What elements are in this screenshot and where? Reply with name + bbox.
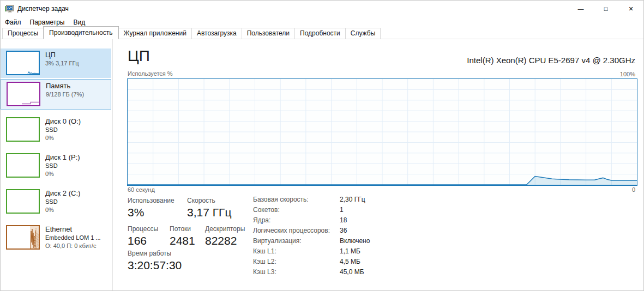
uptime-label: Время работы xyxy=(128,250,171,257)
sidebar-disk2-type: SSD xyxy=(45,198,80,206)
handles-value: 82282 xyxy=(205,234,237,247)
spec-label: Сокетов: xyxy=(253,206,340,216)
cpu-spec-table: Базовая скорость:2,30 ГГц Сокетов:1 Ядра… xyxy=(253,196,370,278)
task-manager-window: Диспетчер задач — □ ✕ Файл Параметры Вид… xyxy=(0,0,644,291)
menu-view[interactable]: Вид xyxy=(69,17,89,27)
tab-services[interactable]: Службы xyxy=(345,28,381,39)
tab-performance[interactable]: Производительность xyxy=(43,26,118,39)
handles-label: Дескрипторы xyxy=(205,225,245,233)
page-title: ЦП xyxy=(128,47,150,65)
sidebar-cpu-stats: 3% 3,17 ГГц xyxy=(45,59,79,68)
spec-value: 4,5 МБ xyxy=(340,258,370,268)
sidebar-memory-stats: 9/128 ГБ (7%) xyxy=(46,90,84,99)
spec-value: 1 xyxy=(340,206,370,216)
sidebar-item-disk2[interactable]: Диск 2 (C:) SSD 0% xyxy=(1,187,111,216)
graph-ylabel: Используется % xyxy=(128,70,173,77)
performance-sidebar: ЦП 3% 3,17 ГГц Память 9/128 ГБ (7%) Диск… xyxy=(1,39,112,291)
task-manager-icon xyxy=(5,4,14,13)
speed-label: Скорость xyxy=(187,197,215,204)
sidebar-disk0-usage: 0% xyxy=(45,134,81,142)
spec-label: Базовая скорость: xyxy=(253,196,340,206)
sidebar-disk2-usage: 0% xyxy=(45,206,80,214)
disk0-mini-graph xyxy=(6,117,40,142)
memory-mini-graph xyxy=(7,82,40,106)
sidebar-disk0-type: SSD xyxy=(45,126,81,134)
spec-label: Кэш L1: xyxy=(253,247,340,258)
threads-value: 2481 xyxy=(170,234,195,247)
ethernet-mini-graph xyxy=(6,225,40,250)
spec-value: 1,1 МБ xyxy=(340,247,370,258)
graph-xlabel-right: 0 xyxy=(632,186,635,193)
graph-ymax-label: 100% xyxy=(620,71,635,77)
processes-value: 166 xyxy=(128,234,147,247)
close-button[interactable]: ✕ xyxy=(618,1,643,17)
window-controls: — □ ✕ xyxy=(568,1,643,17)
spec-label: Логических процессоров: xyxy=(253,227,340,237)
cpu-mini-graph xyxy=(6,51,40,75)
spec-label: Ядра: xyxy=(253,216,340,227)
spec-value: 2,30 ГГц xyxy=(340,196,370,206)
disk1-mini-graph xyxy=(6,153,40,178)
sidebar-disk0-title: Диск 0 (O:) xyxy=(45,117,81,126)
minimize-button[interactable]: — xyxy=(568,1,593,17)
menu-options[interactable]: Параметры xyxy=(26,17,69,27)
sidebar-ethernet-adapter: Embedded LOM 1 ... xyxy=(45,234,101,242)
disk2-mini-graph xyxy=(6,189,40,214)
sidebar-disk1-usage: 0% xyxy=(45,170,80,178)
spec-label: Кэш L2: xyxy=(253,258,340,268)
sidebar-item-cpu[interactable]: ЦП 3% 3,17 ГГц xyxy=(1,48,111,78)
sidebar-ethernet-title: Ethernet xyxy=(45,225,101,234)
tab-details[interactable]: Подробности xyxy=(294,28,346,39)
tab-processes[interactable]: Процессы xyxy=(2,28,44,39)
sidebar-item-memory[interactable]: Память 9/128 ГБ (7%) xyxy=(1,79,111,110)
menu-file[interactable]: Файл xyxy=(1,17,26,27)
sidebar-disk2-title: Диск 2 (C:) xyxy=(45,189,80,198)
spec-label: Кэш L3: xyxy=(253,268,340,278)
sidebar-ethernet-throughput: О: 40,0 П: 0 кбит/с xyxy=(45,242,101,250)
tab-strip: Процессы Производительность Журнал прило… xyxy=(1,27,643,39)
window-title: Диспетчер задач xyxy=(17,5,69,13)
threads-label: Потоки xyxy=(170,225,191,233)
tab-app-history[interactable]: Журнал приложений xyxy=(118,28,192,39)
title-bar: Диспетчер задач — □ ✕ xyxy=(1,1,643,17)
speed-value: 3,17 ГГц xyxy=(187,206,231,219)
cpu-model-name: Intel(R) Xeon(R) CPU E5-2697 v4 @ 2.30GH… xyxy=(467,56,635,65)
maximize-button[interactable]: □ xyxy=(593,1,618,17)
sidebar-divider xyxy=(112,39,113,291)
sidebar-cpu-title: ЦП xyxy=(45,50,79,59)
utilization-label: Использование xyxy=(128,197,174,204)
spec-value: Включено xyxy=(340,237,370,247)
cpu-usage-graph[interactable] xyxy=(127,78,637,186)
spec-label: Виртуализация: xyxy=(253,237,340,247)
spec-value: 18 xyxy=(340,216,370,227)
tab-users[interactable]: Пользователи xyxy=(242,28,295,39)
spec-value: 36 xyxy=(340,227,370,237)
sidebar-item-ethernet[interactable]: Ethernet Embedded LOM 1 ... О: 40,0 П: 0… xyxy=(1,223,111,253)
sidebar-item-disk1[interactable]: Диск 1 (P:) SSD 0% xyxy=(1,151,111,180)
sidebar-memory-title: Память xyxy=(46,81,84,90)
spec-value: 45,0 МБ xyxy=(340,268,370,278)
sidebar-item-disk0[interactable]: Диск 0 (O:) SSD 0% xyxy=(1,115,111,144)
sidebar-disk1-title: Диск 1 (P:) xyxy=(45,153,80,162)
tab-startup[interactable]: Автозагрузка xyxy=(191,28,242,39)
processes-label: Процессы xyxy=(128,225,158,233)
utilization-value: 3% xyxy=(128,206,144,219)
sidebar-disk1-type: SSD xyxy=(45,162,80,170)
graph-xlabel-left: 60 секунд xyxy=(128,186,155,193)
uptime-value: 3:20:57:30 xyxy=(128,259,182,272)
